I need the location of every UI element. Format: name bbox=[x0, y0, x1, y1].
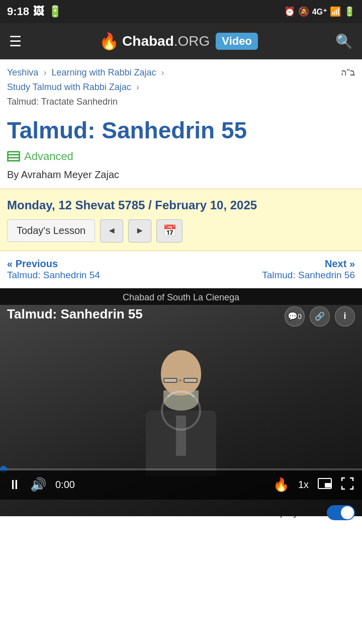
lesson-navigation: « Previous Talmud: Sanhedrin 54 Next » T… bbox=[0, 251, 362, 288]
comment-icon: 💬 bbox=[288, 311, 298, 321]
link-icon: 🔗 bbox=[315, 311, 325, 321]
status-right: ⏰ 🔕 4G⁺ 📶 🔋 bbox=[284, 6, 355, 17]
hamburger-menu-button[interactable]: ☰ bbox=[9, 33, 22, 50]
video-action-icons: 💬 0 🔗 i bbox=[285, 306, 355, 327]
network-icon: 4G⁺ bbox=[312, 7, 327, 17]
header: ☰ 🔥 Chabad.ORG Video 🔍 bbox=[0, 23, 362, 59]
alarm-icon: ⏰ bbox=[284, 6, 295, 17]
chabad-logo-text: Chabad.ORG bbox=[122, 33, 210, 49]
video-badge: Video bbox=[216, 33, 258, 50]
today-lesson-button[interactable]: Today's Lesson bbox=[7, 219, 95, 242]
pip-button[interactable] bbox=[318, 478, 332, 492]
fire-icon: 🔥 bbox=[273, 477, 289, 493]
next-date-button[interactable]: ► bbox=[128, 219, 151, 243]
info-button[interactable]: i bbox=[335, 306, 355, 327]
date-text: Monday, 12 Shevat 5785 / February 10, 20… bbox=[7, 198, 355, 212]
battery-full-icon: 🔋 bbox=[344, 6, 355, 17]
author-text: By Avraham Meyer Zajac bbox=[7, 169, 355, 181]
video-player[interactable]: Chabad of South La Cienega Talmud: Sanhe… bbox=[0, 288, 362, 500]
status-bar: 9:18 🖼 🔋 ⏰ 🔕 4G⁺ 📶 🔋 bbox=[0, 0, 362, 23]
speed-button[interactable]: 1x bbox=[298, 479, 309, 491]
page-title: Talmud: Sanhedrin 55 bbox=[7, 117, 355, 144]
breadcrumb-yeshiva[interactable]: Yeshiva bbox=[7, 67, 38, 77]
video-title-text: Talmud: Sanhedrin 55 bbox=[7, 306, 143, 322]
status-left: 9:18 🖼 🔋 bbox=[7, 5, 62, 18]
next-lesson: Next » Talmud: Sanhedrin 56 bbox=[262, 258, 355, 281]
link-button[interactable]: 🔗 bbox=[310, 306, 330, 327]
site-logo[interactable]: 🔥 Chabad.ORG Video bbox=[99, 32, 258, 51]
prev-date-button[interactable]: ◄ bbox=[100, 219, 123, 243]
volume-button[interactable]: 🔊 bbox=[30, 477, 46, 493]
advanced-icon bbox=[7, 151, 20, 162]
current-time: 0:00 bbox=[55, 479, 75, 491]
title-section: Talmud: Sanhedrin 55 Advanced By Avraham… bbox=[0, 111, 362, 183]
battery-icon: 🔋 bbox=[48, 5, 62, 18]
svg-rect-1 bbox=[325, 483, 331, 488]
fullscreen-button[interactable] bbox=[341, 477, 354, 493]
breadcrumb-study-talmud[interactable]: Study Talmud with Rabbi Zajac bbox=[7, 82, 131, 92]
video-controls: ⏸ 🔊 0:00 🔥 1x bbox=[0, 470, 362, 500]
breadcrumb-tractate: Talmud: Tractate Sanhedrin bbox=[7, 97, 118, 107]
advanced-link[interactable]: Advanced bbox=[24, 150, 73, 163]
video-channel: Chabad of South La Cienega bbox=[0, 288, 362, 305]
photo-icon: 🖼 bbox=[33, 5, 44, 18]
rabbi-head bbox=[161, 350, 201, 395]
signal-icon: 📶 bbox=[330, 6, 341, 17]
next-lesson-link[interactable]: Next » Talmud: Sanhedrin 56 bbox=[262, 258, 355, 281]
mute-icon: 🔕 bbox=[298, 6, 309, 17]
comment-button[interactable]: 💬 0 bbox=[285, 306, 305, 327]
loading-spinner bbox=[161, 390, 201, 431]
advanced-badge: Advanced bbox=[7, 150, 73, 163]
date-banner: Monday, 12 Shevat 5785 / February 10, 20… bbox=[0, 189, 362, 251]
autoplay-toggle[interactable] bbox=[327, 505, 355, 520]
info-icon: i bbox=[343, 311, 346, 321]
date-controls: Today's Lesson ◄ ► 📅 bbox=[7, 219, 355, 243]
flame-icon: 🔥 bbox=[99, 32, 119, 51]
hebrew-label: ב"ה bbox=[341, 65, 355, 80]
prev-lesson: « Previous Talmud: Sanhedrin 54 bbox=[7, 258, 100, 281]
video-title-overlay: Talmud: Sanhedrin 55 💬 0 🔗 i bbox=[7, 306, 355, 327]
prev-lesson-link[interactable]: « Previous Talmud: Sanhedrin 54 bbox=[7, 258, 100, 281]
toggle-knob bbox=[341, 506, 354, 519]
calendar-button[interactable]: 📅 bbox=[156, 219, 183, 243]
status-time: 9:18 bbox=[7, 5, 29, 18]
breadcrumb-rabbi-zajac[interactable]: Learning with Rabbi Zajac bbox=[51, 67, 156, 77]
search-button[interactable]: 🔍 bbox=[335, 33, 353, 50]
breadcrumb: ב"ה Yeshiva › Learning with Rabbi Zajac … bbox=[0, 59, 362, 111]
pause-button[interactable]: ⏸ bbox=[8, 477, 21, 493]
